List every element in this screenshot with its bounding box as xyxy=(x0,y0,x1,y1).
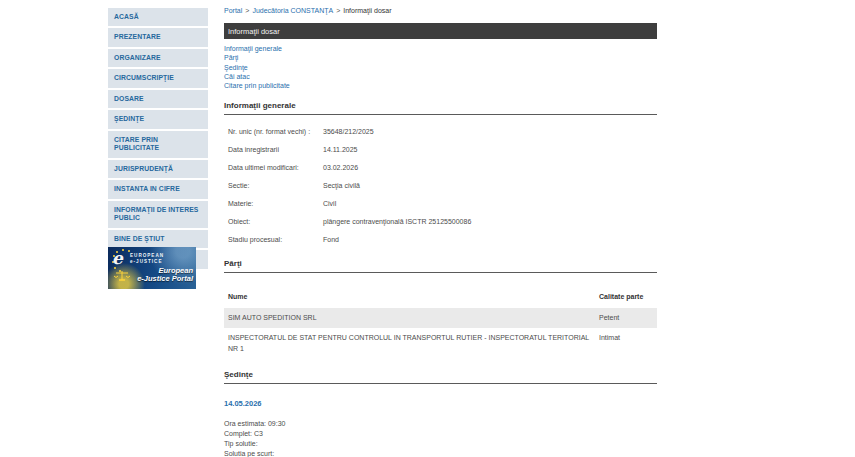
ejustice-brand-text: EUROPEAN e-JUSTICE xyxy=(130,253,164,265)
column-header-nume: Nume xyxy=(228,292,599,303)
parties-table: Nume Calitate parte SIM AUTO SPEDITION S… xyxy=(224,287,657,359)
info-value: 14.11.2025 xyxy=(323,146,358,153)
info-row-materie: Materie: Civil xyxy=(224,194,657,212)
info-label: Stadiu procesual: xyxy=(228,236,323,243)
breadcrumb-court-link[interactable]: Judecătoria CONSTANŢA xyxy=(252,7,333,14)
page-title-bar: Informaţii dosar xyxy=(224,23,657,39)
hearing-detail-solutia-pe-scurt: Solutia pe scurt: xyxy=(224,449,657,457)
quicklink-parti[interactable]: Părţi xyxy=(224,53,657,62)
info-label: Nr. unic (nr. format vechi) : xyxy=(228,128,323,135)
info-row-data-ultimei-modificari: Data ultimei modificari: 03.02.2026 xyxy=(224,158,657,176)
info-value: Fond xyxy=(323,236,339,243)
info-label: Obiect: xyxy=(228,218,323,225)
heading-informatii-generale: Informaţii generale xyxy=(224,101,657,115)
sidebar-item-instanta-in-cifre[interactable]: INSTANTA IN CIFRE xyxy=(108,180,208,198)
hearing-detail-tip-solutie: Tip solutie: xyxy=(224,439,657,449)
breadcrumb-separator: > xyxy=(245,7,249,14)
info-value: 03.02.2026 xyxy=(323,164,358,171)
info-row-obiect: Obiect: plângere contravenţională ISCTR … xyxy=(224,212,657,230)
sidebar-item-informatii-de-interes-public[interactable]: INFORMAŢII DE INTERES PUBLIC xyxy=(108,201,208,228)
sidebar-item-prezentare[interactable]: PREZENTARE xyxy=(108,28,208,46)
sidebar-item-jurisprudenta[interactable]: JURISPRUDENŢĂ xyxy=(108,160,208,178)
party-name: INSPECTORATUL DE STAT PENTRU CONTROLUL I… xyxy=(228,333,599,354)
party-role: Petent xyxy=(599,313,653,324)
hearing-detail-complet: Complet: C3 xyxy=(224,429,657,439)
hearing-details: Ora estimata: 09:30 Complet: C3 Tip solu… xyxy=(224,419,657,457)
sidebar-item-circumscriptie[interactable]: CIRCUMSCRIPŢIE xyxy=(108,69,208,87)
sidebar-item-sedinte[interactable]: ŞEDINŢE xyxy=(108,110,208,128)
column-header-calitate-parte: Calitate parte xyxy=(599,292,653,303)
info-row-nr-unic: Nr. unic (nr. format vechi) : 35648/212/… xyxy=(224,122,657,140)
info-value: plângere contravenţională ISCTR 25125500… xyxy=(323,218,471,225)
section-quick-links: Informaţii generale Părţi Şedinţe Căi at… xyxy=(224,44,657,90)
case-info-table: Nr. unic (nr. format vechi) : 35648/212/… xyxy=(224,122,657,248)
info-value: 35648/212/2025 xyxy=(323,128,374,135)
hearing-date-link[interactable]: 14.05.2026 xyxy=(224,399,262,408)
info-label: Materie: xyxy=(228,200,323,207)
quicklink-sedinte[interactable]: Şedinţe xyxy=(224,63,657,72)
main-content: Portal>Judecătoria CONSTANŢA>Informaţii … xyxy=(224,0,657,457)
quicklink-citare-prin-publicitate[interactable]: Citare prin publicitate xyxy=(224,81,657,90)
heading-parti: Părţi xyxy=(224,259,657,273)
ejustice-portal-banner[interactable]: e EUROPEAN e-JUSTICE European e-Justice … xyxy=(108,247,196,289)
info-value: Secţia civilă xyxy=(323,182,360,189)
info-label: Sectie: xyxy=(228,182,323,189)
info-label: Data ultimei modificari: xyxy=(228,164,323,171)
sidebar-nav: ACASĂ PREZENTARE ORGANIZARE CIRCUMSCRIPŢ… xyxy=(108,8,208,271)
sidebar-item-dosare[interactable]: DOSARE xyxy=(108,90,208,108)
info-row-data-inregistrarii: Data inregistrarii 14.11.2025 xyxy=(224,140,657,158)
table-row: SIM AUTO SPEDITION SRL Petent xyxy=(224,308,657,329)
info-row-sectie: Sectie: Secţia civilă xyxy=(224,176,657,194)
party-role: Intimat xyxy=(599,333,653,354)
breadcrumb-separator: > xyxy=(336,7,340,14)
scales-of-justice-icon xyxy=(114,268,130,286)
ejustice-portal-title: European e-Justice Portal xyxy=(137,267,193,284)
quicklink-informatii-generale[interactable]: Informaţii generale xyxy=(224,44,657,53)
hearing-detail-ora-estimata: Ora estimata: 09:30 xyxy=(224,419,657,429)
table-row: INSPECTORATUL DE STAT PENTRU CONTROLUL I… xyxy=(224,328,657,359)
breadcrumb-current: Informaţii dosar xyxy=(343,7,391,14)
sidebar-item-acasa[interactable]: ACASĂ xyxy=(108,8,208,26)
sidebar-item-citare-prin-publicitate[interactable]: CITARE PRIN PUBLICITATE xyxy=(108,131,208,158)
parties-table-header: Nume Calitate parte xyxy=(224,287,657,308)
party-name: SIM AUTO SPEDITION SRL xyxy=(228,313,599,324)
quicklink-cai-atac[interactable]: Căi atac xyxy=(224,72,657,81)
ejustice-e-logo: e xyxy=(112,248,123,268)
info-row-stadiu-procesual: Stadiu procesual: Fond xyxy=(224,230,657,248)
heading-sedinte: Şedinţe xyxy=(224,370,657,384)
breadcrumb-portal-link[interactable]: Portal xyxy=(224,7,242,14)
sidebar-item-bine-de-stiut[interactable]: BINE DE ŞTIUT xyxy=(108,230,208,248)
sidebar-item-organizare[interactable]: ORGANIZARE xyxy=(108,49,208,67)
info-label: Data inregistrarii xyxy=(228,146,323,153)
breadcrumb: Portal>Judecătoria CONSTANŢA>Informaţii … xyxy=(224,7,657,14)
info-value: Civil xyxy=(323,200,336,207)
